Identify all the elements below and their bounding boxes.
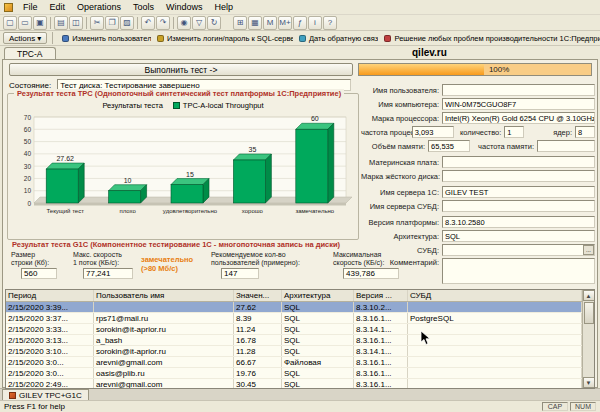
print-icon[interactable]: ▤ xyxy=(54,16,68,30)
new-document-icon[interactable]: ▢ xyxy=(3,16,17,30)
column-header-1[interactable]: Период xyxy=(6,290,94,301)
table-row[interactable]: 2/15/2020 2:49...arevni@gmail.com30.45SQ… xyxy=(6,379,582,389)
mouse-cursor xyxy=(420,330,431,346)
motherboard-field[interactable] xyxy=(442,156,595,168)
architecture-field[interactable]: SQL xyxy=(442,230,595,242)
run-test-button[interactable]: Выполнить тест -> xyxy=(9,63,353,76)
table-row[interactable]: 2/15/2020 3:0...arevni@gmail.com66.67Фай… xyxy=(6,357,582,368)
recommended-users-field[interactable]: 147 xyxy=(221,268,259,279)
chart-legend: TPC-A-local Throughput xyxy=(173,101,264,110)
table-cell: SQL xyxy=(282,335,354,345)
cut-icon[interactable]: ✂ xyxy=(90,16,104,30)
table-cell xyxy=(408,379,582,389)
table-cell: SQL xyxy=(282,368,354,378)
solve-performance-button[interactable]: Решение любых проблем производительности… xyxy=(380,32,600,44)
computer-name-field[interactable]: WIN-0M75CGUO8F7 xyxy=(442,98,595,110)
table-cell: 2/15/2020 2:49... xyxy=(6,379,94,389)
field-label: Рекомендуемое кол-во пользователей (прим… xyxy=(211,251,329,267)
undo-icon[interactable]: ↶ xyxy=(141,16,155,30)
tab-tpc-a[interactable]: TPC-A xyxy=(4,47,56,59)
column-header-3[interactable]: Значен... xyxy=(234,290,282,301)
column-header-6[interactable]: СУБД xyxy=(408,290,582,301)
table-cell: arevni@gmail.com xyxy=(94,357,234,367)
find-icon[interactable]: ◉ xyxy=(177,16,191,30)
table-cell: 8.3.16.1... xyxy=(354,368,408,378)
application-window: FileEditOperationsToolsWindowsHelp ▢▭▣▤◫… xyxy=(0,0,600,412)
table-row[interactable]: 2/15/2020 3:39...27.62SQL8.3.10.2... xyxy=(6,302,582,313)
menu-windows[interactable]: Windows xyxy=(160,1,209,13)
row-size-field[interactable]: 560 xyxy=(21,268,57,279)
column-header-5[interactable]: Версия ... xyxy=(354,290,408,301)
results-table: ПериодПользователь имяЗначен...Архитекту… xyxy=(5,289,595,389)
save-icon[interactable]: ▣ xyxy=(33,16,47,30)
status-bar: Press F1 for help CAP NUM xyxy=(0,400,600,412)
server-1c-field[interactable]: GILEV TEST xyxy=(442,186,595,198)
field-label: частота памяти: xyxy=(470,142,537,151)
site-link[interactable]: qilev.ru xyxy=(412,47,447,58)
table-row[interactable]: 2/15/2020 3:10...sorokin@it-aprior.ru11.… xyxy=(6,346,582,357)
calculator-icon[interactable]: ⊞ xyxy=(233,16,247,30)
column-header-2[interactable]: Пользователь имя xyxy=(94,290,234,301)
cpu-count-field[interactable]: 1 xyxy=(504,126,524,138)
print-preview-icon[interactable]: ◫ xyxy=(69,16,83,30)
copy-icon[interactable]: ❐ xyxy=(105,16,119,30)
max-speed-1-thread-field[interactable]: 77,241 xyxy=(83,268,133,279)
menu-operations[interactable]: Operations xyxy=(71,1,127,13)
comment-field[interactable] xyxy=(442,258,595,284)
menu-edit[interactable]: Edit xyxy=(44,1,72,13)
user-name-field[interactable] xyxy=(442,84,595,96)
dbms-field[interactable]: ... xyxy=(442,244,595,256)
calendar-icon[interactable]: ▦ xyxy=(248,16,262,30)
platform-version-field[interactable]: 8.3.10.2580 xyxy=(442,216,595,228)
scroll-thumb[interactable] xyxy=(584,302,594,324)
actions-menu-button[interactable]: Actions ▾ xyxy=(3,32,47,44)
formula-icon[interactable]: ƒ xyxy=(293,16,307,30)
field-label: Имя сервера СУБД: xyxy=(361,202,442,211)
redo-icon[interactable]: ↷ xyxy=(156,16,170,30)
memory-frequency-field[interactable] xyxy=(537,140,595,152)
memory-plus-icon[interactable]: М+ xyxy=(278,16,292,30)
open-icon[interactable]: ▭ xyxy=(18,16,32,30)
table-row[interactable]: 2/15/2020 3:13...a_bash16.78SQL8.3.16.1.… xyxy=(6,335,582,346)
column-header-4[interactable]: Архитектура xyxy=(282,290,354,301)
svg-text:60: 60 xyxy=(311,115,319,122)
dbms-select-button[interactable]: ... xyxy=(583,245,594,255)
action-button-label: Дать обратную связь xyxy=(309,34,379,43)
table-cell: 8.3.10.2... xyxy=(354,302,408,312)
table-row[interactable]: 2/15/2020 3:0...oasis@plib.ru19.76SQL8.3… xyxy=(6,368,582,379)
hdd-brand-field[interactable] xyxy=(442,170,595,182)
help-icon[interactable]: ? xyxy=(323,16,337,30)
scroll-up-icon[interactable]: ▲ xyxy=(583,290,595,301)
actions-label: Actions xyxy=(9,34,35,43)
cpu-frequency-field[interactable]: 3,093 xyxy=(412,126,454,138)
scroll-down-icon[interactable]: ▼ xyxy=(583,377,595,388)
cpu-brand-field[interactable]: Intel(R) Xeon(R) Gold 6254 CPU @ 3.10GHz xyxy=(442,112,595,124)
g1c-result-group: Результат теста G1C (Компонентное тестир… xyxy=(7,242,439,288)
menu-file[interactable]: File xyxy=(17,1,44,13)
mdi-tab-gilev[interactable]: GILEV TPC+G1C xyxy=(2,389,89,400)
memory-size-field[interactable]: 65,535 xyxy=(428,140,470,152)
refresh-icon[interactable]: ↻ xyxy=(207,16,221,30)
table-row[interactable]: 2/15/2020 3:33...sorokin@it-aprior.ru11.… xyxy=(6,324,582,335)
field-value: 3,093 xyxy=(415,128,434,137)
max-speed-field[interactable]: 439,786 xyxy=(343,268,399,279)
info-icon[interactable]: i xyxy=(308,16,322,30)
menu-tools[interactable]: Tools xyxy=(127,1,160,13)
feedback-button[interactable]: Дать обратную связь xyxy=(295,32,379,44)
cpu-cores-field[interactable]: 8 xyxy=(575,126,595,138)
field-value: 1 xyxy=(507,128,511,137)
key-icon xyxy=(157,35,164,42)
table-cell xyxy=(408,357,582,367)
table-scrollbar[interactable]: ▲ ▼ xyxy=(582,290,594,388)
change-sql-login-button[interactable]: Изменить логин/пароль к SQL-серверу xyxy=(153,32,293,44)
memory-icon[interactable]: М xyxy=(263,16,277,30)
field-label: количество: xyxy=(454,128,505,137)
db-server-field[interactable] xyxy=(442,200,595,212)
paste-icon[interactable]: ▨ xyxy=(120,16,134,30)
svg-text:10: 10 xyxy=(24,187,32,194)
table-row[interactable]: 2/15/2020 3:37...rps71@mail.ru8.39SQL8.3… xyxy=(6,313,582,324)
table-cell xyxy=(408,324,582,334)
menu-help[interactable]: Help xyxy=(209,1,240,13)
filter-icon[interactable]: ▽ xyxy=(192,16,206,30)
change-user-button[interactable]: Изменить пользователя xyxy=(58,32,151,44)
